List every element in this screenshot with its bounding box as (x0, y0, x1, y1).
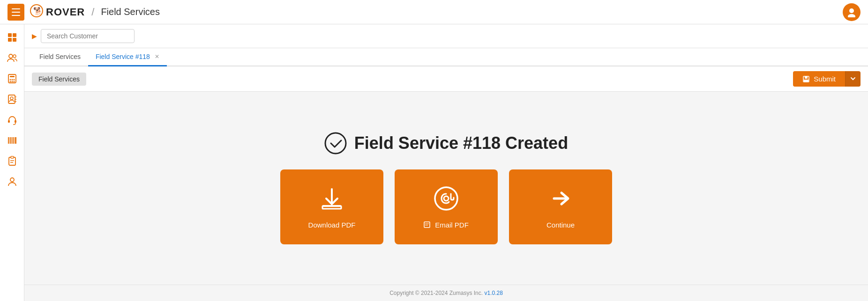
submit-button[interactable]: Submit (793, 71, 845, 87)
svg-rect-28 (12, 137, 12, 144)
logo: 🐕 ROVER / Field Services (30, 4, 160, 20)
breadcrumb-row: Field Services Submit (24, 66, 868, 92)
app-title: ROVER (46, 6, 85, 18)
search-input[interactable] (41, 29, 135, 43)
svg-point-2 (849, 8, 854, 13)
email-pdf-label: Email PDF (424, 221, 469, 229)
svg-rect-24 (15, 120, 16, 123)
svg-rect-25 (8, 137, 9, 144)
tab-field-services[interactable]: Field Services (32, 48, 88, 66)
success-check-icon (324, 132, 347, 154)
download-pdf-button[interactable]: Download PDF (280, 169, 383, 244)
svg-point-15 (9, 81, 11, 82)
headset-icon[interactable] (3, 110, 22, 129)
tabs-row: Field Services Field Service #118 ✕ (24, 48, 868, 66)
svg-point-16 (11, 81, 13, 82)
logo-dog-icon: 🐕 (30, 4, 43, 20)
svg-rect-6 (8, 38, 12, 42)
action-buttons: Download PDF (280, 169, 612, 244)
submit-dropdown-button[interactable] (845, 71, 861, 87)
chevron-down-icon (850, 76, 856, 81)
tab-close-icon[interactable]: ✕ (155, 53, 159, 60)
svg-rect-31 (15, 137, 16, 144)
clipboard-icon[interactable] (3, 152, 22, 170)
svg-point-9 (13, 55, 16, 58)
sidebar (0, 24, 24, 301)
svg-rect-18 (8, 95, 15, 103)
barcode-icon[interactable] (3, 131, 22, 150)
top-bar-right (843, 3, 861, 21)
success-area: Field Service #118 Created Download PDF (24, 92, 868, 285)
tab-field-service-118[interactable]: Field Service #118 ✕ (88, 48, 167, 66)
svg-point-8 (9, 54, 13, 58)
version-link[interactable]: v1.0.28 (484, 290, 502, 296)
svg-point-12 (9, 79, 11, 81)
submit-btn-group: Submit (793, 71, 861, 87)
svg-rect-11 (10, 76, 15, 77)
svg-point-3 (848, 14, 855, 17)
email-file-icon (424, 221, 430, 228)
svg-point-36 (10, 178, 14, 182)
svg-rect-5 (13, 33, 16, 37)
email-icon (433, 185, 459, 215)
dashboard-icon[interactable] (3, 28, 22, 47)
svg-point-13 (11, 79, 13, 81)
arrow-right-icon (547, 185, 574, 215)
svg-rect-39 (804, 80, 808, 82)
svg-rect-7 (13, 38, 16, 42)
menu-button[interactable] (7, 4, 24, 21)
user-avatar-button[interactable] (843, 3, 861, 21)
svg-text:🐕: 🐕 (33, 7, 43, 15)
svg-point-17 (13, 81, 15, 82)
svg-rect-41 (322, 206, 341, 209)
success-title: Field Service #118 Created (324, 132, 568, 154)
svg-rect-44 (424, 222, 430, 228)
svg-rect-23 (8, 120, 10, 123)
top-bar: 🐕 ROVER / Field Services (0, 0, 868, 24)
footer: Copyright © 2021-2024 Zumasys Inc. v1.0.… (24, 285, 868, 301)
tab-label-field-services: Field Services (39, 53, 81, 60)
copyright-text: Copyright © 2021-2024 Zumasys Inc. (389, 290, 483, 296)
person-icon[interactable] (3, 172, 22, 191)
breadcrumb-slash: / (91, 6, 94, 18)
download-pdf-label: Download PDF (308, 221, 356, 229)
breadcrumb-button[interactable]: Field Services (32, 73, 86, 86)
users-icon[interactable] (3, 49, 22, 67)
content-area: ▶ Field Services Field Service #118 ✕ Fi… (24, 24, 868, 301)
email-pdf-button[interactable]: Email PDF (395, 169, 498, 244)
contacts-icon[interactable] (3, 90, 22, 109)
svg-rect-33 (11, 156, 14, 158)
search-row: ▶ (24, 24, 868, 48)
svg-point-19 (10, 97, 13, 100)
save-icon (802, 75, 810, 83)
tab-label-field-service-118: Field Service #118 (96, 53, 150, 60)
svg-rect-26 (9, 137, 10, 144)
calculator-icon[interactable] (3, 69, 22, 88)
submit-label: Submit (814, 75, 836, 83)
main-layout: ▶ Field Services Field Service #118 ✕ Fi… (0, 24, 868, 301)
svg-rect-27 (10, 137, 11, 144)
svg-rect-38 (805, 76, 808, 79)
svg-rect-4 (8, 33, 12, 37)
success-message: Field Service #118 Created (354, 133, 568, 153)
app-section: Field Services (101, 7, 160, 17)
continue-button[interactable]: Continue (509, 169, 612, 244)
search-expand-arrow[interactable]: ▶ (32, 32, 37, 40)
svg-rect-29 (13, 137, 14, 144)
svg-point-40 (325, 133, 346, 154)
svg-point-43 (444, 196, 449, 201)
svg-rect-30 (14, 137, 15, 144)
continue-label: Continue (546, 221, 575, 229)
download-icon (319, 185, 345, 215)
svg-point-14 (13, 79, 15, 81)
